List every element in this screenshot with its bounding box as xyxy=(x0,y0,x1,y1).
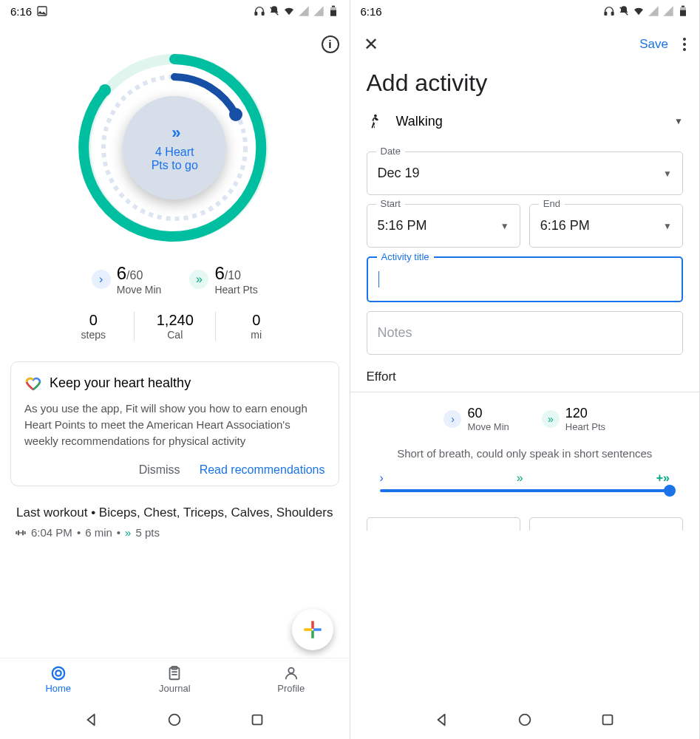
svg-rect-2 xyxy=(262,12,264,15)
last-workout-title: Last workout • Biceps, Chest, Triceps, C… xyxy=(15,505,335,520)
svg-point-20 xyxy=(55,670,61,675)
svg-point-9 xyxy=(229,108,242,121)
chevron-double-icon: » xyxy=(125,526,131,539)
svg-rect-5 xyxy=(332,6,335,7)
add-fab[interactable] xyxy=(292,609,333,650)
nav-profile[interactable]: Profile xyxy=(233,658,350,701)
signal-icon xyxy=(298,5,310,17)
recents-button[interactable] xyxy=(249,712,265,728)
dropdown-icon: ▼ xyxy=(500,221,509,231)
effort-label: Effort xyxy=(350,355,700,392)
chevron-double-icon: » xyxy=(171,123,177,143)
svg-rect-10 xyxy=(16,531,17,534)
bell-off-icon xyxy=(618,5,630,17)
text-cursor xyxy=(378,271,380,287)
svg-rect-15 xyxy=(311,621,314,629)
chevron-right-icon: › xyxy=(444,410,461,428)
last-workout-row[interactable]: Last workout • Biceps, Chest, Triceps, C… xyxy=(15,505,335,539)
picture-icon xyxy=(36,5,48,17)
slider-mark-mid: » xyxy=(517,471,523,485)
start-time-field[interactable]: Start 5:16 PM ▼ xyxy=(367,204,520,248)
save-button[interactable]: Save xyxy=(639,37,668,52)
progress-rings: » 4 Heart Pts to go xyxy=(0,37,350,259)
svg-point-33 xyxy=(374,115,377,118)
svg-rect-11 xyxy=(24,531,26,534)
more-button[interactable] xyxy=(683,38,686,51)
home-screen: 6:16 i » 4 Heart Pts to go › xyxy=(0,0,350,739)
field-peek[interactable] xyxy=(529,517,683,531)
field-peek[interactable] xyxy=(367,517,520,531)
chevron-double-right-icon: » xyxy=(542,410,560,428)
dropdown-icon: ▼ xyxy=(674,116,683,126)
svg-rect-31 xyxy=(680,10,686,16)
svg-rect-4 xyxy=(330,10,336,16)
end-time-field[interactable]: End 6:16 PM ▼ xyxy=(529,204,683,248)
goal-line2: Pts to go xyxy=(152,159,198,172)
nav-home[interactable]: Home xyxy=(0,658,117,701)
back-button[interactable] xyxy=(434,712,450,728)
signal-icon xyxy=(662,5,674,17)
system-nav xyxy=(350,701,700,739)
activity-name: Walking xyxy=(396,114,662,129)
dismiss-button[interactable]: Dismiss xyxy=(139,463,180,477)
svg-point-25 xyxy=(288,668,293,673)
home-button[interactable] xyxy=(166,712,183,728)
signal-icon xyxy=(313,5,324,17)
cal-stat[interactable]: 1,240 Cal xyxy=(134,312,215,341)
effort-description: Short of breath, could only speak in sho… xyxy=(380,446,670,461)
read-recommendations-button[interactable]: Read recommendations xyxy=(200,463,325,477)
card-title: Keep your heart healthy xyxy=(50,375,191,391)
home-button[interactable] xyxy=(517,712,533,728)
mi-stat[interactable]: 0 mi xyxy=(215,312,296,341)
goal-bubble[interactable]: » 4 Heart Pts to go xyxy=(123,96,226,200)
slider-knob[interactable] xyxy=(664,485,676,497)
weight-icon xyxy=(15,527,27,539)
svg-rect-32 xyxy=(682,6,684,7)
page-title: Add activity xyxy=(350,59,700,109)
steps-stat[interactable]: 0 steps xyxy=(52,312,134,341)
chevron-double-right-icon: » xyxy=(189,270,208,289)
walking-icon xyxy=(367,113,383,129)
activity-title-field[interactable]: Activity title xyxy=(367,256,684,302)
svg-rect-29 xyxy=(611,12,614,15)
close-button[interactable]: ✕ xyxy=(364,34,378,55)
slider-mark-high: +» xyxy=(656,471,670,485)
card-body: As you use the app, Fit will show you ho… xyxy=(24,401,325,449)
chevron-right-icon: › xyxy=(92,270,111,289)
svg-rect-17 xyxy=(311,630,314,638)
notes-field[interactable]: Notes xyxy=(367,311,684,355)
svg-rect-16 xyxy=(313,628,322,631)
effort-slider[interactable]: › » +» xyxy=(380,471,670,492)
svg-rect-35 xyxy=(602,715,612,725)
nav-journal[interactable]: Journal xyxy=(117,658,234,701)
svg-rect-12 xyxy=(18,530,19,535)
clipboard-icon xyxy=(166,665,183,681)
status-bar: 6:16 xyxy=(350,0,700,22)
dropdown-icon: ▼ xyxy=(663,168,672,179)
svg-point-19 xyxy=(52,667,65,680)
battery-icon xyxy=(677,5,689,17)
svg-rect-27 xyxy=(253,715,262,725)
back-button[interactable] xyxy=(84,712,100,728)
recents-button[interactable] xyxy=(599,712,616,728)
goal-line1: 4 Heart xyxy=(155,146,194,159)
google-plus-icon xyxy=(302,619,323,640)
slider-mark-low: › xyxy=(380,471,384,485)
status-bar: 6:16 xyxy=(0,0,350,22)
bottom-nav: Home Journal Profile xyxy=(0,658,350,701)
svg-rect-1 xyxy=(255,12,257,15)
svg-point-7 xyxy=(99,84,111,96)
stats-row: 0 steps 1,240 Cal 0 mi xyxy=(0,312,350,341)
battery-icon xyxy=(327,5,339,17)
date-field[interactable]: Date Dec 19 ▼ xyxy=(367,151,684,195)
activity-type-selector[interactable]: Walking ▼ xyxy=(350,109,700,143)
heart-pts-metric[interactable]: » 6/10 Heart Pts xyxy=(189,263,257,296)
move-min-metric[interactable]: › 6/60 Move Min xyxy=(92,263,162,296)
svg-point-34 xyxy=(519,715,530,726)
dropdown-icon: ▼ xyxy=(663,221,672,231)
signal-icon xyxy=(648,5,659,17)
status-time: 6:16 xyxy=(10,5,32,18)
svg-rect-28 xyxy=(605,12,607,15)
heart-health-card: Keep your heart healthy As you use the a… xyxy=(10,361,339,486)
svg-rect-13 xyxy=(22,530,24,535)
